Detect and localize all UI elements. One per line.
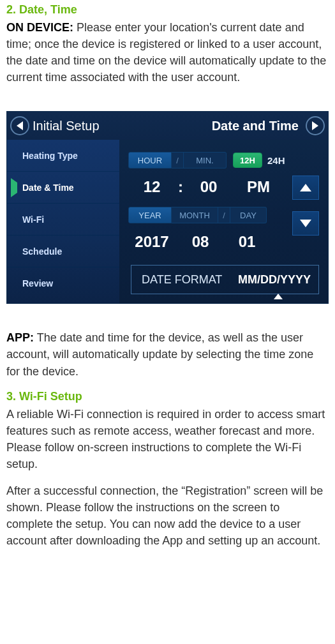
month-label[interactable]: MONTH [172, 207, 218, 223]
day-value[interactable]: 01 [225, 233, 269, 251]
min-label[interactable]: MIN. [184, 152, 227, 168]
day-label[interactable]: DAY [230, 207, 267, 223]
chevron-left-icon [17, 121, 23, 130]
sidebar-item-label: Date & Time [22, 183, 74, 193]
hour-label[interactable]: HOUR [128, 152, 172, 168]
device-screen: Initial Setup Date and Time Heating Type… [6, 111, 329, 304]
app-paragraph: APP: The date and time for the device, a… [6, 329, 329, 379]
time-colon: : [175, 178, 186, 196]
forward-button[interactable] [302, 116, 328, 135]
section2-body: ON DEVICE: Please enter your location's … [6, 19, 329, 86]
ampm-value[interactable]: PM [235, 178, 281, 196]
date-format-row[interactable]: DATE FORMAT MM/DD/YYYY [131, 265, 319, 294]
back-button[interactable] [7, 116, 33, 135]
play-icon [11, 183, 17, 193]
date-format-label: DATE FORMAT [131, 273, 238, 287]
hour-value[interactable]: 12 [128, 178, 175, 196]
triangle-up-icon [300, 184, 311, 191]
sidebar-item-wifi[interactable]: Wi-Fi [7, 204, 119, 236]
main-panel: HOUR / MIN. 12H 24H 12 : 00 PM YEAR [119, 140, 328, 303]
sidebar-item-review[interactable]: Review [7, 267, 119, 299]
section3-p2: After a successful connection, the “Regi… [6, 483, 329, 549]
app-text: The date and time for the device, as wel… [6, 331, 313, 377]
minute-value[interactable]: 00 [186, 178, 232, 196]
sidebar-item-label: Heating Type [22, 151, 78, 161]
sidebar-item-label: Wi-Fi [22, 214, 44, 225]
triangle-down-icon [300, 220, 311, 227]
year-label[interactable]: YEAR [128, 207, 172, 223]
chevron-right-icon [312, 121, 318, 130]
on-device-label: ON DEVICE: [6, 21, 73, 34]
titlebar: Initial Setup Date and Time [7, 112, 328, 140]
sidebar-item-date-time[interactable]: Date & Time [7, 172, 119, 204]
twenty-four-hour-label[interactable]: 24H [267, 155, 285, 166]
sidebar: Heating Type Date & Time Wi-Fi Schedule … [7, 140, 119, 303]
decrement-button[interactable] [292, 211, 319, 236]
section3-heading: 3. Wi-Fi Setup [6, 390, 329, 403]
sidebar-item-schedule[interactable]: Schedule [7, 236, 119, 267]
section3-p1: A reliable Wi-Fi connection is required … [6, 406, 329, 472]
triangle-up-icon [274, 281, 283, 299]
sidebar-item-heating-type[interactable]: Heating Type [7, 140, 119, 172]
title-right: Date and Time [212, 119, 299, 133]
sidebar-item-label: Review [22, 278, 53, 288]
section2-heading: 2. Date, Time [6, 3, 329, 17]
sidebar-item-label: Schedule [22, 246, 62, 257]
slash: / [172, 152, 184, 168]
month-value[interactable]: 08 [175, 233, 225, 251]
year-value[interactable]: 2017 [128, 233, 175, 251]
title-left: Initial Setup [33, 119, 100, 133]
date-format-value[interactable]: MM/DD/YYYY [238, 273, 318, 287]
slash: / [218, 207, 230, 223]
increment-button[interactable] [292, 176, 319, 200]
twelve-hour-button[interactable]: 12H [233, 153, 262, 168]
app-label: APP: [6, 331, 34, 344]
